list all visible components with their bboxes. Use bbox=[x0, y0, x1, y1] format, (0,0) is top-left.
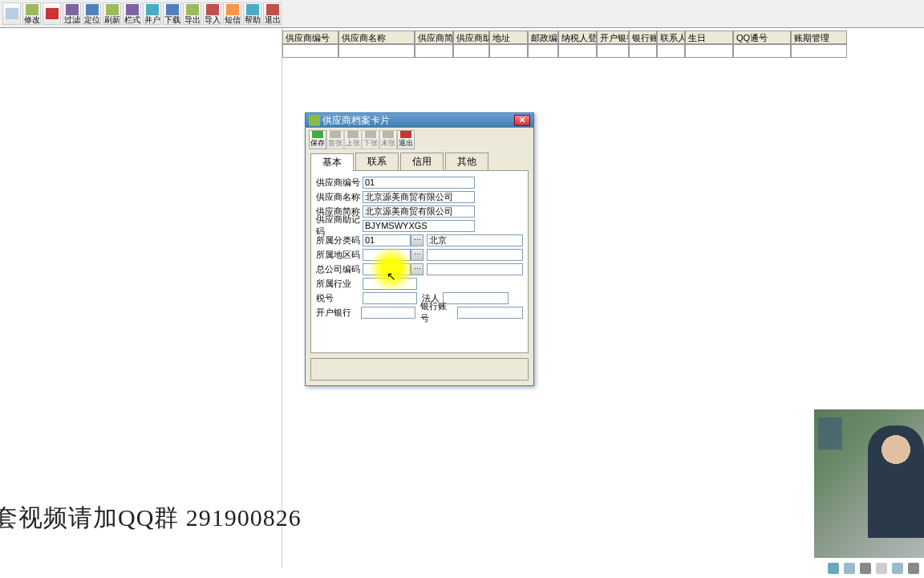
tray-icon[interactable] bbox=[908, 563, 919, 574]
grid-header-cell[interactable]: 开户银行 bbox=[597, 31, 629, 44]
grid-body-cell[interactable] bbox=[657, 44, 685, 58]
grid-body-cell[interactable] bbox=[489, 44, 528, 58]
grid-header-cell[interactable]: 供应商简称 bbox=[415, 31, 453, 44]
picker-category[interactable]: ⋯ bbox=[411, 234, 424, 246]
toolbar-merge[interactable]: 并户 bbox=[143, 2, 161, 25]
toolbar-sms[interactable]: 短信 bbox=[223, 2, 241, 25]
toolbar-import[interactable]: 导入 bbox=[203, 2, 221, 25]
dlg-next-label: 下张 bbox=[363, 138, 378, 149]
input-region-name[interactable] bbox=[427, 249, 523, 261]
grid-body-cell[interactable] bbox=[685, 44, 733, 58]
picker-region[interactable]: ⋯ bbox=[411, 249, 424, 261]
dlg-save[interactable]: 保存 bbox=[309, 130, 326, 149]
toolbar-sms-label: 短信 bbox=[225, 16, 241, 24]
grid-body-cell[interactable] bbox=[558, 44, 597, 58]
grid-header-cell[interactable]: 地址 bbox=[489, 31, 528, 44]
supplier-grid: 供应商编号供应商名称供应商简称供应商助记地址邮政编码纳税人登记开户银行银行账号联… bbox=[282, 31, 924, 58]
grid-body-cell[interactable] bbox=[338, 44, 415, 58]
tray-icon[interactable] bbox=[844, 563, 855, 574]
input-parent-name[interactable] bbox=[427, 263, 523, 275]
toolbar-locate-label: 定位 bbox=[84, 16, 100, 24]
input-supplier-mnemonic[interactable] bbox=[363, 220, 475, 232]
toolbar-help-icon bbox=[246, 4, 259, 15]
input-category-name[interactable] bbox=[427, 234, 523, 246]
tab-联系[interactable]: 联系 bbox=[355, 153, 399, 170]
tab-信用[interactable]: 信用 bbox=[400, 153, 444, 170]
dialog-titlebar[interactable]: 供应商档案卡片 ✕ bbox=[306, 113, 533, 128]
input-bank-acct[interactable] bbox=[457, 307, 523, 319]
toolbar-export[interactable]: 导出 bbox=[183, 2, 201, 25]
watermark-text: 套视频请加QQ群 291900826 bbox=[0, 502, 302, 535]
toolbar-exit[interactable]: 退出 bbox=[263, 2, 282, 25]
input-supplier-no[interactable] bbox=[363, 177, 475, 189]
grid-header-cell[interactable]: 联系人 bbox=[657, 31, 685, 44]
input-parent-code[interactable] bbox=[363, 263, 411, 275]
left-panel bbox=[0, 28, 282, 568]
grid-header-cell[interactable]: QQ通号 bbox=[733, 31, 791, 44]
grid-header-cell[interactable]: 邮政编码 bbox=[528, 31, 558, 44]
dlg-first-icon bbox=[330, 131, 341, 138]
grid-header-cell[interactable]: 银行账号 bbox=[629, 31, 657, 44]
grid-body-cell[interactable] bbox=[528, 44, 558, 58]
grid-header-cell[interactable]: 生日 bbox=[685, 31, 733, 44]
toolbar-help-label: 帮助 bbox=[245, 16, 261, 24]
tab-其他[interactable]: 其他 bbox=[445, 153, 488, 170]
dlg-first-label: 首张 bbox=[328, 138, 342, 149]
label-bank-acct: 银行账号 bbox=[420, 300, 454, 324]
grid-header-cell[interactable]: 账期管理 bbox=[791, 31, 847, 44]
dlg-exit[interactable]: 退出 bbox=[397, 130, 415, 149]
grid-header-cell[interactable]: 供应商助记 bbox=[453, 31, 489, 44]
close-icon[interactable]: ✕ bbox=[514, 115, 530, 126]
dlg-prev-icon bbox=[347, 131, 359, 138]
grid-body-cell[interactable] bbox=[453, 44, 489, 58]
tray-icon[interactable] bbox=[892, 563, 903, 574]
dlg-next-icon bbox=[365, 131, 376, 138]
toolbar-refresh[interactable]: 刷新 bbox=[103, 2, 121, 25]
dlg-last: 末张 bbox=[379, 130, 397, 149]
grid-body-cell[interactable] bbox=[629, 44, 657, 58]
dlg-prev-label: 上张 bbox=[346, 138, 360, 149]
input-bank[interactable] bbox=[361, 307, 415, 319]
dialog-title: 供应商档案卡片 bbox=[322, 114, 514, 128]
grid-body-cell[interactable] bbox=[791, 44, 847, 58]
input-category-code[interactable] bbox=[363, 234, 411, 246]
tray-icon[interactable] bbox=[828, 563, 839, 574]
taskbar-tray bbox=[828, 558, 924, 578]
dlg-save-label: 保存 bbox=[310, 138, 325, 149]
grid-header-cell[interactable]: 供应商名称 bbox=[338, 31, 415, 44]
dlg-exit-label: 退出 bbox=[399, 138, 413, 149]
dialog-icon bbox=[309, 115, 320, 126]
grid-body-cell[interactable] bbox=[733, 44, 791, 58]
toolbar-download[interactable]: 下载 bbox=[163, 2, 181, 25]
grid-body-cell[interactable] bbox=[597, 44, 629, 58]
toolbar-columns[interactable]: 栏式 bbox=[123, 2, 141, 25]
toolbar-exit-icon bbox=[266, 4, 279, 15]
toolbar-locate[interactable]: 定位 bbox=[83, 2, 101, 25]
label-industry: 所属行业 bbox=[316, 278, 363, 290]
picker-parent[interactable]: ⋯ bbox=[411, 263, 424, 275]
dlg-last-label: 末张 bbox=[381, 138, 395, 149]
toolbar-help[interactable]: 帮助 bbox=[243, 2, 261, 25]
input-supplier-short[interactable] bbox=[363, 206, 475, 218]
label-parent-code: 总公司编码 bbox=[316, 263, 363, 275]
toolbar-edit[interactable]: 修改 bbox=[22, 2, 41, 25]
input-region-code[interactable] bbox=[363, 249, 411, 261]
grid-header-cell[interactable]: 供应商编号 bbox=[282, 31, 338, 44]
grid-body-cell[interactable] bbox=[282, 44, 338, 58]
input-supplier-name[interactable] bbox=[363, 191, 475, 203]
grid-header-cell[interactable]: 纳税人登记 bbox=[558, 31, 597, 44]
input-industry[interactable] bbox=[363, 278, 417, 290]
toolbar-blank[interactable] bbox=[2, 2, 21, 25]
tab-基本[interactable]: 基本 bbox=[310, 153, 354, 171]
tray-icon[interactable] bbox=[860, 563, 871, 574]
main-toolbar: 修改过滤定位刷新栏式并户下载导出导入短信帮助退出 bbox=[0, 0, 924, 28]
toolbar-edit-icon bbox=[26, 4, 38, 15]
toolbar-sms-icon bbox=[226, 4, 239, 15]
grid-body-cell[interactable] bbox=[415, 44, 453, 58]
label-category-code: 所属分类码 bbox=[316, 234, 363, 246]
toolbar-filter[interactable]: 过滤 bbox=[63, 2, 81, 25]
toolbar-close-x[interactable] bbox=[43, 2, 61, 25]
toolbar-columns-icon bbox=[126, 4, 139, 15]
tray-icon[interactable] bbox=[876, 563, 887, 574]
input-tax-no[interactable] bbox=[363, 292, 417, 304]
